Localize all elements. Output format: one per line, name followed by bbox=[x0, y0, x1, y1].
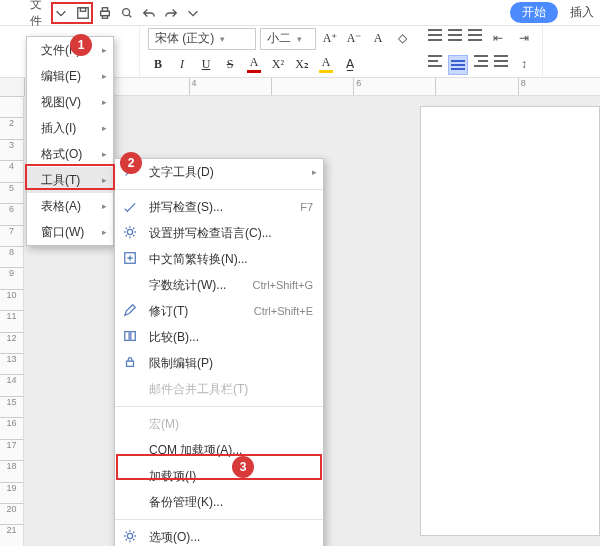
ruler-tick: 21 bbox=[0, 524, 23, 545]
ruler-tick bbox=[106, 78, 188, 95]
number-list-icon[interactable] bbox=[448, 29, 462, 41]
align-left-icon[interactable] bbox=[428, 55, 442, 67]
ruler-tick: 4 bbox=[0, 160, 23, 181]
submenu-item-compare[interactable]: 比较(B)... bbox=[115, 324, 323, 350]
start-tab[interactable]: 开始 bbox=[510, 2, 558, 23]
submenu-item-convert[interactable]: 中文简繁转换(N)... bbox=[115, 246, 323, 272]
ruler-tick bbox=[435, 78, 517, 95]
annotation-badge: 1 bbox=[70, 34, 92, 56]
menu-item-label: 视图(V) bbox=[41, 94, 81, 111]
annotation-badge: 2 bbox=[120, 152, 142, 174]
ruler-tick: 6 bbox=[353, 78, 435, 95]
align-right-icon[interactable] bbox=[474, 55, 488, 67]
decrease-indent-icon[interactable]: ⇤ bbox=[488, 29, 508, 49]
font-color-button[interactable]: A bbox=[244, 54, 264, 74]
submenu-item-options[interactable]: 选项(O)... bbox=[115, 524, 323, 546]
highlight-button[interactable]: A bbox=[316, 54, 336, 74]
ruler-tick: 3 bbox=[0, 139, 23, 160]
menu-item-insert[interactable]: 插入(I) ▸ bbox=[27, 115, 113, 141]
menu-item-label: 比较(B)... bbox=[149, 329, 199, 346]
menu-shortcut: Ctrl+Shift+E bbox=[254, 305, 313, 317]
undo-icon[interactable] bbox=[140, 4, 158, 22]
decrease-font-icon[interactable]: A⁻ bbox=[344, 29, 364, 49]
ruler-tick: 5 bbox=[0, 182, 23, 203]
menu-shortcut: Ctrl+Shift+G bbox=[252, 279, 313, 291]
change-case-icon[interactable]: A bbox=[368, 29, 388, 49]
submenu-item-wordcount[interactable]: 字数统计(W)... Ctrl+Shift+G bbox=[115, 272, 323, 298]
menu-separator bbox=[115, 406, 323, 407]
svg-rect-9 bbox=[131, 332, 135, 341]
ruler-tick: 2 bbox=[0, 117, 23, 138]
strike-button[interactable]: S bbox=[220, 54, 240, 74]
annotation-box bbox=[51, 2, 93, 24]
submenu-item-texttools[interactable]: 文字工具(D) ▸ bbox=[115, 159, 323, 185]
superscript-button[interactable]: X² bbox=[268, 54, 288, 74]
menu-item-label: 备份管理(K)... bbox=[149, 494, 223, 511]
preview-icon[interactable] bbox=[118, 4, 136, 22]
svg-rect-4 bbox=[102, 15, 107, 18]
menu-item-label: 格式(O) bbox=[41, 146, 82, 163]
submenu-item-backup[interactable]: 备份管理(K)... bbox=[115, 489, 323, 515]
submenu-item-revision[interactable]: 修订(T) Ctrl+Shift+E bbox=[115, 298, 323, 324]
menu-item-label: 选项(O)... bbox=[149, 529, 200, 546]
menu-item-window[interactable]: 窗口(W) ▸ bbox=[27, 219, 113, 245]
insert-tab[interactable]: 插入 bbox=[570, 4, 594, 21]
ruler-tick: 8 bbox=[518, 78, 600, 95]
ruler-tick: 9 bbox=[0, 267, 23, 288]
align-center-icon[interactable] bbox=[448, 55, 468, 75]
submenu-item-spelllang[interactable]: 设置拼写检查语言(C)... bbox=[115, 220, 323, 246]
menu-item-label: 字数统计(W)... bbox=[149, 277, 226, 294]
hamburger-icon[interactable] bbox=[8, 4, 26, 22]
svg-point-5 bbox=[123, 8, 130, 15]
increase-indent-icon[interactable]: ⇥ bbox=[514, 29, 534, 49]
line-spacing-icon[interactable]: ↕ bbox=[514, 55, 534, 75]
document-page[interactable] bbox=[420, 106, 600, 536]
char-border-button[interactable]: A̲ bbox=[340, 54, 360, 74]
ruler-tick: 11 bbox=[0, 310, 23, 331]
align-justify-icon[interactable] bbox=[494, 55, 508, 67]
bold-button[interactable]: B bbox=[148, 54, 168, 74]
menu-item-label: 窗口(W) bbox=[41, 224, 84, 241]
ruler-tick bbox=[0, 96, 23, 117]
chevron-down-icon: ▾ bbox=[220, 34, 225, 44]
pencil-icon bbox=[123, 303, 139, 319]
italic-button[interactable]: I bbox=[172, 54, 192, 74]
subscript-button[interactable]: X₂ bbox=[292, 54, 312, 74]
print-icon[interactable] bbox=[96, 4, 114, 22]
menu-item-table[interactable]: 表格(A) ▸ bbox=[27, 193, 113, 219]
annotation-box bbox=[25, 164, 115, 190]
ruler-tick: 7 bbox=[0, 225, 23, 246]
ruler-tick: 12 bbox=[0, 332, 23, 353]
svg-point-11 bbox=[127, 533, 132, 538]
ruler-tick: 15 bbox=[0, 396, 23, 417]
ruler-tick: 16 bbox=[0, 417, 23, 438]
ruler-tick: 20 bbox=[0, 503, 23, 524]
increase-font-icon[interactable]: A⁺ bbox=[320, 29, 340, 49]
submenu-item-restrict[interactable]: 限制编辑(P) bbox=[115, 350, 323, 376]
font-size-value: 小二 bbox=[267, 30, 291, 47]
menu-item-label: 修订(T) bbox=[149, 303, 188, 320]
chevron-right-icon: ▸ bbox=[102, 149, 107, 159]
file-label[interactable]: 文件 bbox=[30, 4, 48, 22]
multilevel-list-icon[interactable] bbox=[468, 29, 482, 41]
more-chevron-icon[interactable] bbox=[184, 4, 202, 22]
underline-button[interactable]: U bbox=[196, 54, 216, 74]
submenu-item-mailmerge: 邮件合并工具栏(T) bbox=[115, 376, 323, 402]
menu-item-label: 设置拼写检查语言(C)... bbox=[149, 225, 272, 242]
submenu-item-spellcheck[interactable]: 拼写检查(S)... F7 bbox=[115, 194, 323, 220]
font-name-value: 宋体 (正文) bbox=[155, 30, 214, 47]
submenu-item-macro: 宏(M) bbox=[115, 411, 323, 437]
ruler-tick: 17 bbox=[0, 439, 23, 460]
menu-item-label: 邮件合并工具栏(T) bbox=[149, 381, 248, 398]
font-name-select[interactable]: 宋体 (正文) ▾ bbox=[148, 28, 256, 50]
bullet-list-icon[interactable] bbox=[428, 29, 442, 41]
menu-item-edit[interactable]: 编辑(E) ▸ bbox=[27, 63, 113, 89]
ruler-tick: 13 bbox=[0, 353, 23, 374]
chevron-down-icon: ▾ bbox=[297, 34, 302, 44]
menu-item-label: 宏(M) bbox=[149, 416, 179, 433]
redo-icon[interactable] bbox=[162, 4, 180, 22]
menu-item-view[interactable]: 视图(V) ▸ bbox=[27, 89, 113, 115]
spellcheck-icon bbox=[123, 199, 139, 215]
font-size-select[interactable]: 小二 ▾ bbox=[260, 28, 316, 50]
clear-format-icon[interactable]: ◇ bbox=[392, 29, 412, 49]
